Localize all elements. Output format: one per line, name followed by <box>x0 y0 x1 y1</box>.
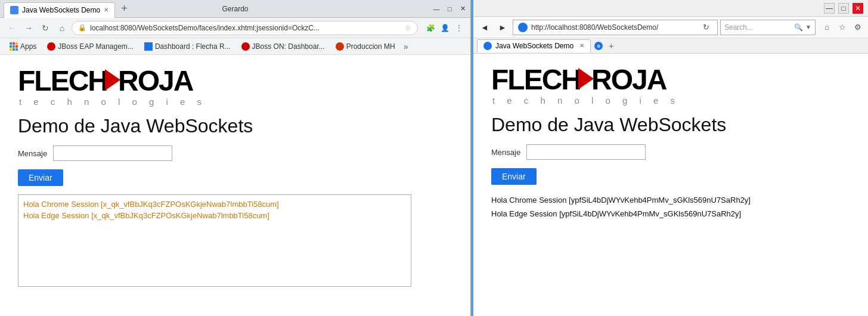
ie-logo-area: FLECH ROJA t e c h n o l o g i e s <box>491 66 850 106</box>
tab-label: Java WebSockets Demo <box>22 6 100 14</box>
ie-star-icon[interactable]: ☆ <box>836 21 849 34</box>
ie-globe-icon <box>518 23 528 32</box>
ie-close-btn[interactable]: ✕ <box>852 3 863 14</box>
maximize-btn[interactable]: □ <box>445 5 454 13</box>
ie-logo-arrow-icon <box>578 68 594 89</box>
logo-part2: ROJA <box>118 67 193 95</box>
ie-search-text: Search... <box>724 23 792 32</box>
msg-edge: Hola Edge Session [x_qk_vfBbJKq3cFZPOsKG… <box>23 211 406 220</box>
ie-active-tab[interactable]: Java WebSockets Demo ✕ <box>477 39 591 52</box>
bookmark-produccion[interactable]: Produccion MH <box>331 41 400 52</box>
bookmarks-bar: Apps JBoss EAP Managem... Dashboard : Fl… <box>0 38 470 55</box>
tabs-area: Java WebSockets Demo ✕ + <box>4 0 131 18</box>
ie-favicon-e: e <box>594 42 603 50</box>
ie-nav-bar: ◄ ► http://localhost:8080/WebSocketsDemo… <box>473 17 868 38</box>
ie-tab-favicon <box>483 42 492 50</box>
ie-page-content: FLECH ROJA t e c h n o l o g i e s Demo … <box>473 54 868 316</box>
bookmark-jboss[interactable]: JBoss EAP Managem... <box>42 41 138 52</box>
ie-search-bar[interactable]: Search... 🔍 ▼ <box>720 20 816 35</box>
ie-search-dropdown[interactable]: ▼ <box>805 24 811 30</box>
bookmark-dashboard-label: Dashboard : Flecha R... <box>155 42 231 51</box>
ie-title-bar: — □ ✕ <box>473 0 868 17</box>
jbosson-icon <box>241 42 250 51</box>
window-user-label: Gerardo <box>222 5 248 13</box>
ie-toolbar-icons: ⌂ ☆ ⚙ <box>820 21 864 34</box>
refresh-btn[interactable]: ↻ <box>38 21 52 35</box>
address-bar[interactable]: 🔒 localhost:8080/WebSocketsDemo/faces/in… <box>72 21 418 35</box>
chrome-browser: Java WebSockets Demo ✕ + Gerardo — □ ✕ ←… <box>0 0 471 316</box>
ie-message-label: Mensaje <box>491 148 520 157</box>
msg-chrome: Hola Chrome Session [x_qk_vfBbJKq3cFZPOs… <box>23 200 406 209</box>
produccion-icon <box>336 42 344 51</box>
bookmark-star-icon[interactable]: ☆ <box>405 24 411 32</box>
message-input[interactable] <box>53 145 172 161</box>
ie-page-title: Demo de Java WebSockets <box>491 114 850 136</box>
ie-maximize-btn[interactable]: □ <box>838 3 849 14</box>
ie-new-tab-btn[interactable]: + <box>605 41 617 51</box>
ie-logo-sub: t e c h n o l o g i e s <box>492 95 850 106</box>
security-icon: 🔒 <box>78 24 86 32</box>
ie-forward-btn[interactable]: ► <box>495 20 510 35</box>
ie-tab-close[interactable]: ✕ <box>579 42 584 49</box>
ie-back-btn[interactable]: ◄ <box>477 20 492 35</box>
ie-logo-part2: ROJA <box>591 66 666 94</box>
title-bar: Java WebSockets Demo ✕ + Gerardo — □ ✕ <box>0 0 470 18</box>
ie-message-input[interactable] <box>526 144 646 160</box>
dashboard-icon <box>144 42 153 51</box>
message-box: Hola Chrome Session [x_qk_vfBbJKq3cFZPOs… <box>18 194 411 287</box>
menu-icon[interactable]: ⋮ <box>452 21 466 35</box>
active-tab[interactable]: Java WebSockets Demo ✕ <box>4 2 115 18</box>
ie-search-icon[interactable]: 🔍 <box>794 23 803 32</box>
bookmarks-more-btn[interactable]: » <box>401 42 411 51</box>
ie-address-text: http://localhost:8080/WebSocketsDemo/ <box>531 23 696 32</box>
window-controls: — □ ✕ <box>432 5 467 13</box>
extensions-icon[interactable]: 🧩 <box>424 21 437 35</box>
logo-text: FLECH ROJA <box>18 67 452 95</box>
apps-grid-icon <box>10 42 18 51</box>
ie-tab-favicon2: e <box>594 42 603 50</box>
minimize-btn[interactable]: — <box>432 5 441 13</box>
message-form-row: Mensaje <box>18 145 452 161</box>
tab-close-btn[interactable]: ✕ <box>104 7 108 13</box>
ie-enviar-button[interactable]: Enviar <box>491 168 537 185</box>
ie-refresh-btn[interactable]: ↻ <box>699 21 712 34</box>
nav-bar: ← → ↻ ⌂ 🔒 localhost:8080/WebSocketsDemo/… <box>0 18 470 38</box>
bookmark-apps-label: Apps <box>20 42 36 51</box>
close-btn[interactable]: ✕ <box>458 5 467 13</box>
ie-message-form-row: Mensaje <box>491 144 850 160</box>
ie-tab-label: Java WebSockets Demo <box>495 42 574 50</box>
back-btn[interactable]: ← <box>5 21 19 35</box>
left-page-content: FLECH ROJA t e c h n o l o g i e s Demo … <box>0 55 470 316</box>
bookmark-jboss-label: JBoss EAP Managem... <box>58 42 134 51</box>
ie-logo-text: FLECH ROJA <box>491 66 850 94</box>
ie-tools-icon[interactable]: ⚙ <box>851 21 864 34</box>
ie-msg-edge: Hola Edge Session [ypfSiL4bDjWYvKehb4PmM… <box>491 207 850 221</box>
bookmark-apps[interactable]: Apps <box>5 41 41 52</box>
page-title: Demo de Java WebSockets <box>18 115 452 137</box>
ie-msg-chrome: Hola Chrome Session [ypfSiL4bDjWYvKehb4P… <box>491 193 850 207</box>
forward-btn[interactable]: → <box>21 21 36 35</box>
tab-favicon <box>10 6 18 14</box>
logo-arrow-icon <box>105 69 120 91</box>
ie-send-btn-row: Enviar <box>491 168 850 185</box>
send-btn-row: Enviar <box>18 169 452 186</box>
logo-part1: FLECH <box>18 67 107 95</box>
message-label: Mensaje <box>18 149 47 158</box>
enviar-button[interactable]: Enviar <box>18 169 63 186</box>
ie-address-bar[interactable]: http://localhost:8080/WebSocketsDemo/ ↻ <box>513 20 718 35</box>
ie-tabs-bar: Java WebSockets Demo ✕ e + <box>473 38 868 54</box>
profile-icon[interactable]: 👤 <box>438 21 451 35</box>
bookmark-dashboard[interactable]: Dashboard : Flecha R... <box>140 41 235 52</box>
ie-message-box: Hola Chrome Session [ypfSiL4bDjWYvKehb4P… <box>491 193 850 221</box>
browser-nav-icons: 🧩 👤 ⋮ <box>424 21 466 35</box>
address-text: localhost:8080/WebSocketsDemo/faces/inde… <box>90 24 401 32</box>
jboss-icon <box>47 42 55 51</box>
bookmark-jbosson[interactable]: JBoss ON: Dashboar... <box>237 41 330 52</box>
logo-sub: t e c h n o l o g i e s <box>19 97 452 107</box>
ie-logo-part1: FLECH <box>491 66 581 94</box>
ie-home-icon[interactable]: ⌂ <box>820 21 833 34</box>
new-tab-btn[interactable]: + <box>117 2 131 15</box>
logo-area: FLECH ROJA t e c h n o l o g i e s <box>18 67 452 107</box>
home-btn[interactable]: ⌂ <box>55 21 69 35</box>
ie-minimize-btn[interactable]: — <box>824 3 835 14</box>
